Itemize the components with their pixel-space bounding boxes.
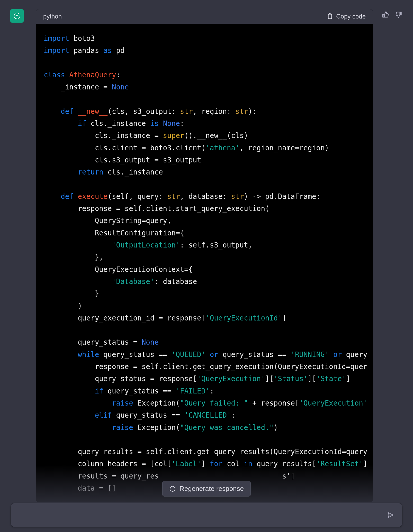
regenerate-label: Regenerate response [179, 485, 244, 493]
feedback-buttons [382, 11, 403, 19]
code-block-header: python Copy code [36, 9, 373, 24]
thumbs-down-button[interactable] [395, 11, 403, 19]
copy-code-button[interactable]: Copy code [326, 13, 366, 20]
clipboard-icon [326, 13, 333, 20]
thumbs-up-icon [382, 11, 389, 19]
send-button[interactable] [387, 511, 394, 519]
code-language-label: python [43, 13, 62, 20]
code-content[interactable]: import boto3 import pandas as pd class A… [36, 24, 373, 502]
thumbs-up-button[interactable] [382, 11, 389, 19]
chat-message-container: python Copy code import boto3 import pan… [0, 0, 413, 532]
copy-code-label: Copy code [336, 13, 366, 20]
openai-logo-icon [13, 12, 21, 20]
regenerate-button[interactable]: Regenerate response [162, 481, 251, 497]
thumbs-down-icon [395, 11, 403, 19]
refresh-icon [169, 485, 176, 492]
chat-input-bar [11, 503, 402, 527]
send-icon [387, 511, 394, 519]
assistant-avatar [10, 9, 24, 23]
code-block: python Copy code import boto3 import pan… [36, 9, 373, 502]
chat-input[interactable] [19, 503, 387, 527]
svg-rect-0 [328, 14, 332, 19]
